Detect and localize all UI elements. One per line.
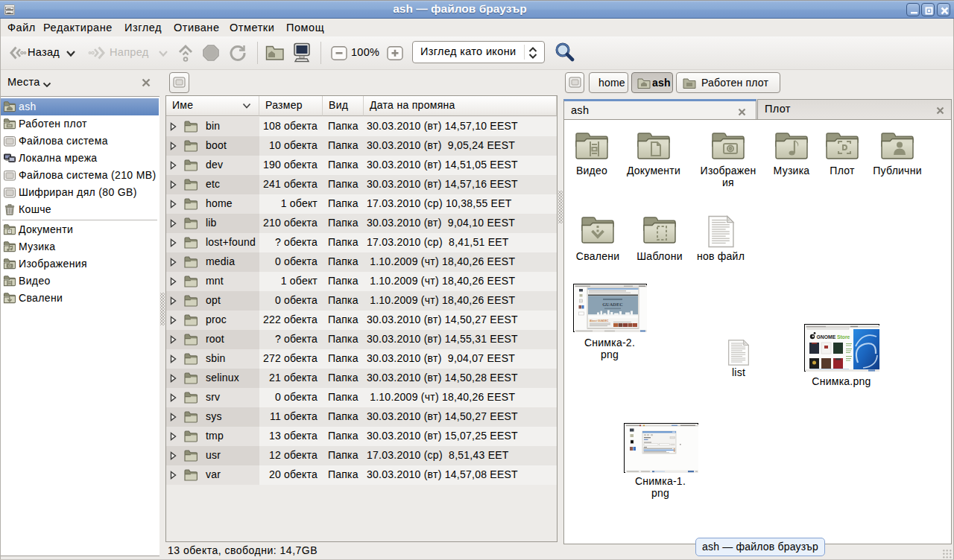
svg-text:GUADEC: GUADEC <box>602 302 623 307</box>
svg-text:GNOME: GNOME <box>817 334 836 340</box>
svg-text:About GUADEC: About GUADEC <box>590 319 609 322</box>
svg-text:Store: Store <box>837 334 850 340</box>
